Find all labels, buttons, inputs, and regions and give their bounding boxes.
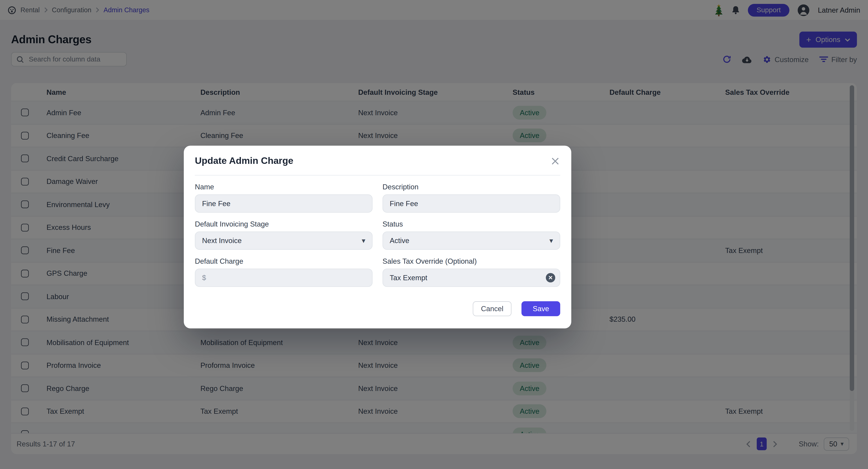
name-field-value: Fine Fee [202,199,230,208]
default-charge-placeholder: $ [202,274,206,282]
description-field-label: Description [382,183,560,191]
status-field-label: Status [382,220,560,228]
default-charge-field-label: Default Charge [195,257,373,265]
save-button[interactable]: Save [522,301,560,316]
name-field-label: Name [195,183,373,191]
invoicing-stage-value: Next Invoice [202,236,242,245]
description-field-value: Fine Fee [390,199,418,208]
sales-tax-override-field-label: Sales Tax Override (Optional) [382,257,560,265]
sales-tax-override-value: Tax Exempt [390,274,427,282]
name-field[interactable]: Fine Fee [195,195,373,213]
modal-actions: Cancel Save [184,301,571,316]
status-select[interactable]: Active ▾ [382,231,560,250]
modal-form: Name Description Fine Fee Fine Fee Defau… [184,176,571,287]
default-charge-field[interactable]: $ [195,269,373,287]
sales-tax-override-field[interactable]: Tax Exempt ✕ [382,269,560,287]
caret-down-icon: ▾ [362,237,366,244]
update-admin-charge-modal: Update Admin Charge Name Description Fin… [184,146,571,328]
invoicing-stage-select[interactable]: Next Invoice ▾ [195,231,373,250]
invoicing-stage-field-label: Default Invoicing Stage [195,220,373,228]
app-root: Rental Configuration Admin Charges [0,0,868,469]
modal-header: Update Admin Charge [184,146,571,175]
caret-down-icon: ▾ [549,237,553,244]
description-field[interactable]: Fine Fee [382,195,560,213]
clear-field-icon[interactable]: ✕ [546,273,555,282]
modal-title: Update Admin Charge [195,156,293,167]
close-button[interactable] [550,156,560,166]
cancel-button[interactable]: Cancel [473,301,512,316]
status-value: Active [390,236,409,245]
close-icon [551,157,559,165]
